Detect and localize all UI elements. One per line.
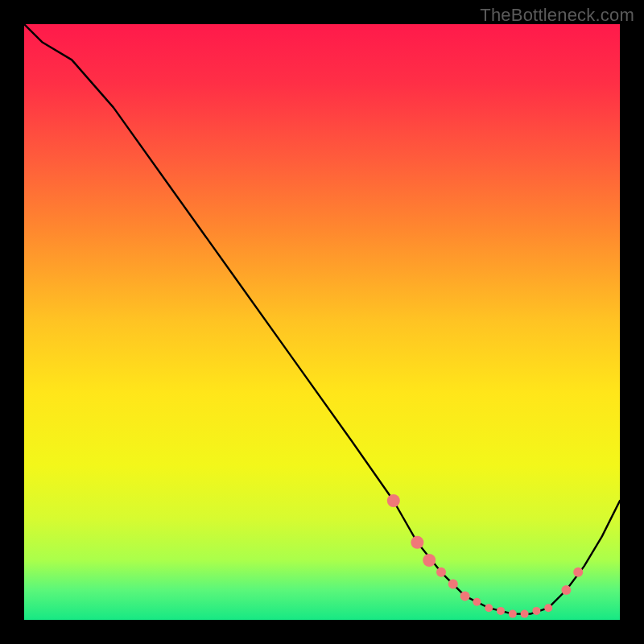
bottleneck-chart (24, 24, 620, 620)
curve-marker (573, 568, 583, 577)
curve-marker (544, 604, 552, 612)
curve-marker (509, 610, 517, 618)
watermark-text: TheBottleneck.com (480, 5, 634, 26)
curve-marker (561, 585, 571, 595)
curve-marker (473, 598, 481, 606)
curve-marker (436, 568, 446, 577)
curve-marker (448, 580, 458, 589)
curve-marker (497, 607, 505, 615)
chart-frame: TheBottleneck.com (0, 0, 644, 644)
gradient-background (24, 24, 620, 620)
curve-marker (411, 536, 423, 549)
curve-marker (532, 607, 540, 615)
curve-marker (423, 554, 436, 567)
curve-marker (387, 494, 400, 507)
curve-marker (460, 591, 470, 601)
plot-area (24, 24, 620, 620)
curve-marker (485, 604, 493, 612)
curve-marker (521, 610, 529, 618)
